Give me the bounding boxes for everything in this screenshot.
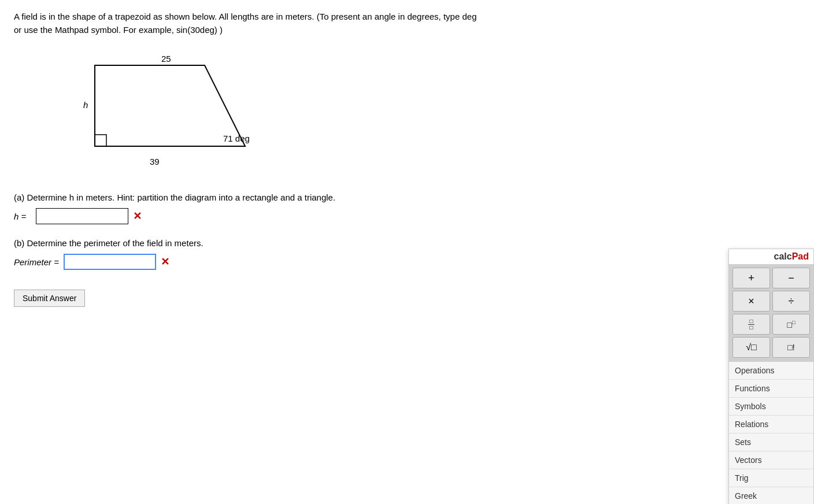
factorial-button[interactable]: □! [772,337,810,358]
part-a-row: h = ✕ [14,208,715,224]
sqrt-button[interactable]: √□ [732,337,770,358]
description-line1: A field is in the shape of a trapezoid a… [14,12,477,21]
h-input[interactable] [36,208,128,224]
calcpad-title-pad: Pad [792,251,809,261]
calcpad-title: calcPad [729,249,813,264]
trapezoid-diagram: 25 h 71 deg 39 [60,48,303,175]
factorial-icon: □! [787,343,794,352]
label-top-side: 25 [161,54,171,64]
superscript-icon: □□ [787,320,796,329]
menu-item-relations[interactable]: Relations [729,416,813,433]
perimeter-input[interactable] [64,254,156,270]
calcpad-title-calc: calc [774,251,792,261]
trapezoid-svg [60,48,280,164]
h-label: h = [14,212,31,221]
fraction-icon: □ □ [748,318,754,331]
svg-marker-0 [95,65,245,146]
menu-item-greek[interactable]: Greek [729,487,813,504]
part-b-row: Perimeter = ✕ [14,254,715,270]
submit-button[interactable]: Submit Answer [14,290,85,307]
menu-item-functions[interactable]: Functions [729,380,813,398]
superscript-button[interactable]: □□ [772,314,810,335]
calcpad-menu: Operations Functions Symbols Relations S… [729,361,813,504]
label-angle: 71 deg [223,134,250,143]
description-line2: or use the Mathpad symbol. For example, … [14,25,223,35]
perimeter-incorrect-mark: ✕ [161,255,169,268]
plus-button[interactable]: + [732,268,770,288]
menu-item-symbols[interactable]: Symbols [729,398,813,416]
perimeter-label: Perimeter = [14,257,59,267]
answer-section: (a) Determine h in meters. Hint: partiti… [14,192,715,307]
part-b-label: (b) Determine the perimeter of the field… [14,238,715,248]
menu-item-operations[interactable]: Operations [729,362,813,380]
menu-item-trig[interactable]: Trig [729,469,813,487]
menu-item-sets[interactable]: Sets [729,433,813,451]
label-bottom-side: 39 [150,157,160,166]
fraction-button[interactable]: □ □ [732,314,770,335]
minus-button[interactable]: − [772,268,810,288]
multiply-button[interactable]: × [732,291,770,312]
problem-description: A field is in the shape of a trapezoid a… [14,10,715,36]
menu-item-vectors[interactable]: Vectors [729,451,813,469]
label-height: h [83,100,88,110]
divide-button[interactable]: ÷ [772,291,810,312]
calcpad-panel: calcPad + − × ÷ □ □ □□ √□ □! Operations … [728,249,814,504]
main-content: A field is in the shape of a trapezoid a… [0,0,728,317]
part-a-label: (a) Determine h in meters. Hint: partiti… [14,192,715,202]
sqrt-icon: √□ [746,342,756,353]
h-incorrect-mark: ✕ [133,210,142,223]
calcpad-buttons: + − × ÷ □ □ □□ √□ □! [729,264,813,361]
